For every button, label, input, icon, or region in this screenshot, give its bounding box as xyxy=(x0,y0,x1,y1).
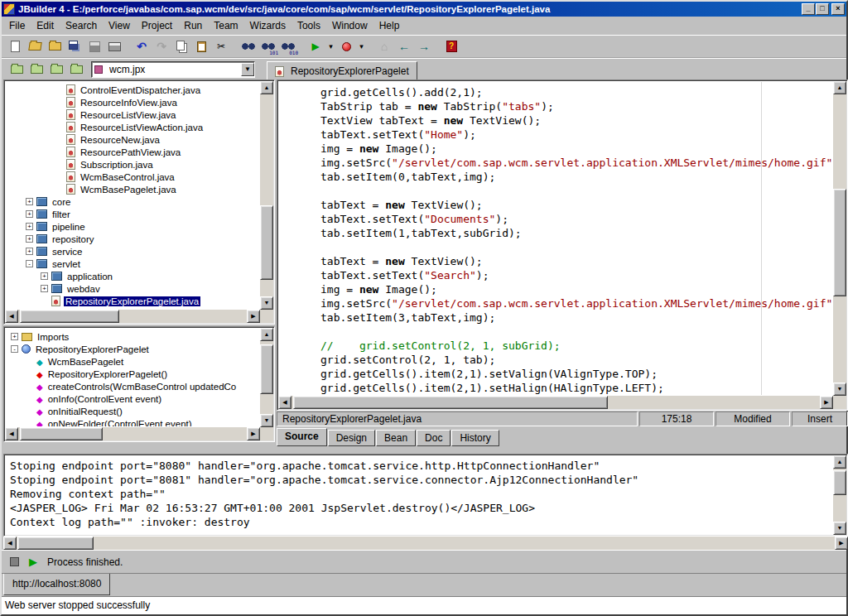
scroll-left-button[interactable]: ◀ xyxy=(278,396,292,409)
scrollbar-thumb[interactable] xyxy=(833,470,846,495)
scroll-right-button[interactable]: ▶ xyxy=(820,396,833,409)
tree-item-repositoryexplorerpagelet-java[interactable]: RepositoryExplorerPagelet.java xyxy=(6,295,259,307)
tree-item-resourcelistview-java[interactable]: ResourceListView.java xyxy=(6,108,259,121)
undo-button[interactable]: ↶ xyxy=(132,37,152,56)
run-dropdown-button[interactable]: ▾ xyxy=(325,37,336,56)
maximize-button[interactable]: □ xyxy=(816,3,829,15)
expander-collapsed[interactable]: + xyxy=(26,210,33,218)
expander-collapsed[interactable]: + xyxy=(41,285,48,292)
project-selector-dropdown[interactable]: ▼ xyxy=(241,63,254,76)
tree-item-resourceinfoview-java[interactable]: ResourceInfoView.java xyxy=(6,96,259,108)
expander-collapsed[interactable]: + xyxy=(11,333,18,340)
tree-item-onnewfolder-controlevent-event[interactable]: onNewFolder(ControlEvent event) xyxy=(6,417,259,426)
open-file-button[interactable] xyxy=(25,37,45,56)
menu-help[interactable]: Help xyxy=(373,17,406,34)
expander-expanded[interactable]: - xyxy=(26,260,33,267)
tree-item-core[interactable]: +core xyxy=(6,195,259,208)
scroll-left-button[interactable]: ◀ xyxy=(5,427,18,440)
scroll-right-button[interactable]: ▶ xyxy=(247,310,260,323)
menu-window[interactable]: Window xyxy=(326,17,373,34)
scrollbar-thumb[interactable] xyxy=(260,205,273,280)
message-scrollbar-vertical[interactable]: ▲▼ xyxy=(833,455,846,535)
scroll-left-button[interactable]: ◀ xyxy=(5,310,18,323)
structure-scrollbar-horizontal[interactable]: ◀▶ xyxy=(5,427,260,440)
minimize-button[interactable]: _ xyxy=(802,3,815,15)
add-files-button[interactable] xyxy=(26,60,46,79)
new-file-button[interactable] xyxy=(5,37,25,56)
tree-item-webdav[interactable]: +webdav xyxy=(6,282,259,295)
save-button[interactable] xyxy=(84,37,104,56)
tree-item-repositoryexplorerpagelet[interactable]: RepositoryExplorerPagelet() xyxy=(6,368,259,380)
code-editor-pane[interactable]: grid.getCells().add(2,1);TabStrip tab = … xyxy=(277,79,848,411)
expander-collapsed[interactable]: + xyxy=(26,198,33,205)
tree-item-controleventdispatcher-java[interactable]: ControlEventDispatcher.java xyxy=(6,84,259,96)
code-editor-scrollbar-vertical[interactable]: ▲▼ xyxy=(833,81,846,396)
search-button[interactable] xyxy=(238,37,258,56)
refresh-button[interactable] xyxy=(66,60,86,79)
scrollbar-thumb[interactable] xyxy=(20,310,119,323)
tab-source[interactable]: Source xyxy=(277,428,327,446)
copy-button[interactable] xyxy=(171,37,191,56)
scroll-down-button[interactable]: ▼ xyxy=(260,414,273,427)
paste-button[interactable] xyxy=(191,37,211,56)
menu-file[interactable]: File xyxy=(3,17,31,34)
tree-item-imports[interactable]: +Imports xyxy=(6,330,259,343)
expander-expanded[interactable]: - xyxy=(11,345,18,353)
scroll-right-button[interactable]: ▶ xyxy=(247,427,260,440)
tree-item-pipeline[interactable]: +pipeline xyxy=(6,220,259,233)
tree-item-resourcelistviewaction-java[interactable]: ResourceListViewAction.java xyxy=(6,121,259,133)
close-project-button[interactable] xyxy=(7,60,26,79)
tree-item-resourcenew-java[interactable]: ResourceNew.java xyxy=(6,133,259,146)
tab-bean[interactable]: Bean xyxy=(376,430,416,446)
code-editor[interactable]: grid.getCells().add(2,1);TabStrip tab = … xyxy=(279,82,832,395)
scrollbar-thumb[interactable] xyxy=(260,344,273,394)
expander-collapsed[interactable]: + xyxy=(26,248,33,255)
scroll-up-button[interactable]: ▲ xyxy=(260,328,273,341)
project-tree-scrollbar-horizontal[interactable]: ◀▶ xyxy=(5,310,260,323)
project-tree-scrollbar-vertical[interactable]: ▲▼ xyxy=(260,81,273,310)
tab-history[interactable]: History xyxy=(451,430,499,446)
file-tab[interactable]: RepositoryExplorerPagelet xyxy=(267,61,417,81)
tree-item-application[interactable]: +application xyxy=(6,270,259,282)
tree-item-repositoryexplorerpagelet[interactable]: -RepositoryExplorerPagelet xyxy=(6,343,259,355)
scroll-up-button[interactable]: ▲ xyxy=(260,81,273,94)
rerun-button[interactable]: ▶ xyxy=(29,556,37,568)
print-button[interactable] xyxy=(104,37,124,56)
tab-design[interactable]: Design xyxy=(328,430,375,446)
code-editor-scrollbar-horizontal[interactable]: ◀▶ xyxy=(278,396,833,409)
tree-item-service[interactable]: +service xyxy=(6,245,259,257)
scroll-up-button[interactable]: ▲ xyxy=(833,81,846,94)
menu-tools[interactable]: Tools xyxy=(292,17,326,34)
expander-collapsed[interactable]: + xyxy=(41,272,48,280)
scrollbar-thumb[interactable] xyxy=(833,189,846,296)
menu-search[interactable]: Search xyxy=(60,17,103,34)
app-icon[interactable] xyxy=(3,3,15,15)
help-button[interactable]: ? xyxy=(441,37,461,56)
redo-button[interactable]: ↷ xyxy=(152,37,171,56)
tree-item-resourcepathview-java[interactable]: ResourcePathView.java xyxy=(6,146,259,158)
cut-button[interactable]: ✂ xyxy=(211,37,231,56)
scrollbar-thumb[interactable] xyxy=(20,427,103,440)
tree-item-subscription-java[interactable]: Subscription.java xyxy=(6,158,259,171)
close-file-button[interactable] xyxy=(45,37,65,56)
tree-item-wcmbasecontrol-java[interactable]: WcmBaseControl.java xyxy=(6,171,259,183)
scrollbar-thumb[interactable] xyxy=(293,396,608,409)
scroll-up-button[interactable]: ▲ xyxy=(833,455,846,469)
menu-project[interactable]: Project xyxy=(136,17,178,34)
remove-files-button[interactable] xyxy=(46,60,66,79)
expander-collapsed[interactable]: + xyxy=(26,223,33,230)
structure-scrollbar-vertical[interactable]: ▲▼ xyxy=(260,328,273,427)
tree-item-createcontrols-wcmbasecontrol-updatedco[interactable]: createControls(WcmBaseControl updatedCo xyxy=(6,380,259,392)
close-button[interactable]: × xyxy=(831,3,845,15)
scroll-down-button[interactable]: ▼ xyxy=(260,296,273,310)
project-selector[interactable]: wcm.jpx ▼ xyxy=(91,61,255,78)
stop-button[interactable] xyxy=(10,557,19,566)
expander-collapsed[interactable]: + xyxy=(26,235,33,243)
menu-view[interactable]: View xyxy=(103,17,136,34)
menu-run[interactable]: Run xyxy=(178,17,208,34)
tree-item-filter[interactable]: +filter xyxy=(6,208,259,220)
menu-wizards[interactable]: Wizards xyxy=(244,17,292,34)
tree-item-servlet[interactable]: -servlet xyxy=(6,257,259,270)
menu-edit[interactable]: Edit xyxy=(31,17,60,34)
scroll-right-button[interactable]: ▶ xyxy=(835,537,848,550)
